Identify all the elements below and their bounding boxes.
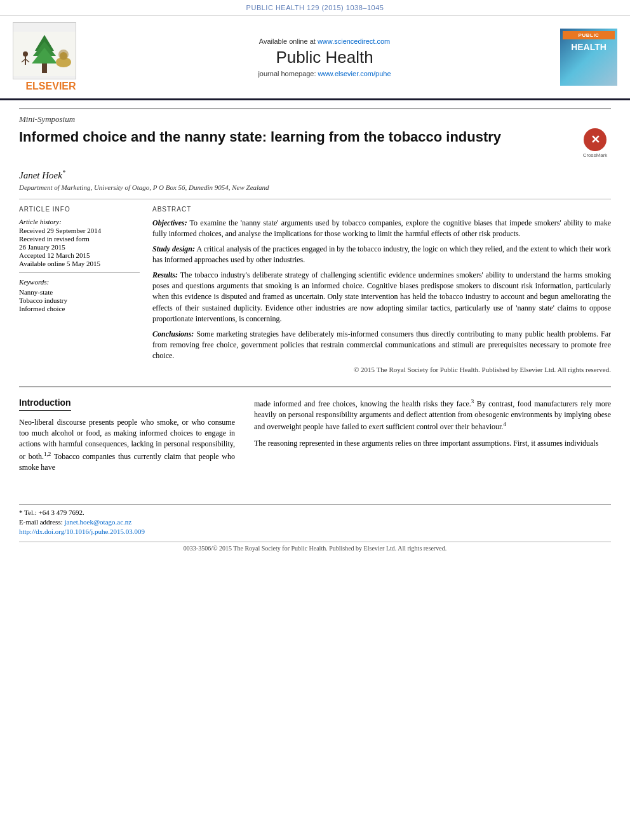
- intro-paragraph-1: Neo-liberal discourse presents people wh…: [19, 417, 235, 474]
- footnote-tel: * Tel.: +64 3 479 7692.: [19, 509, 611, 516]
- available-date: Available online 5 May 2015: [19, 260, 140, 267]
- divider-1: [19, 199, 611, 199]
- doi-link[interactable]: http://dx.doi.org/10.1016/j.puhe.2015.03…: [19, 528, 145, 535]
- author-name: Janet Hoek*: [19, 169, 611, 181]
- footnote-email: E-mail address: janet.hoek@otago.ac.nz: [19, 518, 611, 526]
- article-body: ARTICLE INFO Article history: Received 2…: [19, 206, 611, 373]
- elsevier-homepage-link[interactable]: www.elsevier.com/puhe: [318, 70, 391, 77]
- intro-left-column: Introduction Neo-liberal discourse prese…: [19, 397, 235, 479]
- intro-paragraph-2: made informed and free choices, knowing …: [254, 397, 611, 433]
- journal-bar: PUBLIC HEALTH 129 (2015) 1038–1045: [0, 0, 630, 16]
- svg-point-5: [23, 51, 28, 57]
- public-health-badge: PUBLIC HEALTH: [560, 29, 617, 86]
- keyword-2: Tobacco industry: [19, 297, 140, 304]
- article-title-section: Informed choice and the nanny state: lea…: [19, 128, 611, 160]
- crossmark-icon: ✕: [584, 128, 607, 151]
- crossmark-badge: ✕ CrossMark: [579, 128, 611, 160]
- abstract-heading: ABSTRACT: [152, 206, 611, 213]
- keyword-1: Nanny-state: [19, 288, 140, 296]
- main-content: Mini-Symposium Informed choice and the n…: [0, 108, 630, 552]
- footnotes: * Tel.: +64 3 479 7692. E-mail address: …: [19, 504, 611, 535]
- intro-paragraph-3: The reasoning represented in these argum…: [254, 438, 611, 449]
- info-divider: [19, 272, 140, 273]
- author-affiliation: Department of Marketing, University of O…: [19, 183, 611, 191]
- elsevier-logo: ELSEVIER: [13, 22, 89, 92]
- article-history-label: Article history:: [19, 218, 140, 225]
- intro-heading: Introduction: [19, 397, 71, 411]
- revised-date: 26 January 2015: [19, 243, 140, 251]
- sciencedirect-link[interactable]: www.sciencedirect.com: [318, 37, 390, 45]
- elsevier-tree-image: [13, 22, 76, 79]
- svg-point-11: [58, 50, 69, 60]
- badge-bottom-label: HEALTH: [571, 42, 607, 53]
- page-footer: 0033-3506/© 2015 The Royal Society for P…: [19, 542, 611, 552]
- journal-name: Public Health: [95, 48, 554, 67]
- abstract-section: ABSTRACT Objectives: To examine the 'nan…: [152, 206, 611, 373]
- available-online-text: Available online at www.sciencedirect.co…: [95, 37, 554, 45]
- article-title: Informed choice and the nanny state: lea…: [19, 128, 566, 147]
- keywords-label: Keywords:: [19, 278, 140, 286]
- received-date: Received 29 September 2014: [19, 227, 140, 234]
- crossmark-label: CrossMark: [583, 152, 608, 158]
- badge-image: PUBLIC HEALTH: [560, 29, 617, 86]
- footnote-doi: http://dx.doi.org/10.1016/j.puhe.2015.03…: [19, 528, 611, 535]
- section-divider: [19, 386, 611, 387]
- revised-label: Received in revised form: [19, 235, 140, 243]
- abstract-copyright: © 2015 The Royal Society for Public Heal…: [152, 366, 611, 373]
- journal-info-center: Available online at www.sciencedirect.co…: [95, 37, 554, 77]
- article-info: ARTICLE INFO Article history: Received 2…: [19, 206, 140, 373]
- elsevier-wordmark: ELSEVIER: [13, 81, 89, 92]
- abstract-objectives: Objectives: To examine the 'nanny state'…: [152, 218, 611, 240]
- article-info-heading: ARTICLE INFO: [19, 206, 140, 213]
- journal-citation: PUBLIC HEALTH 129 (2015) 1038–1045: [246, 4, 384, 11]
- abstract-study: Study design: A critical analysis of the…: [152, 244, 611, 266]
- abstract-results: Results: The tobacco industry's delibera…: [152, 270, 611, 325]
- abstract-conclusions: Conclusions: Some marketing strategies h…: [152, 329, 611, 362]
- introduction-section: Introduction Neo-liberal discourse prese…: [19, 397, 611, 491]
- journal-header: ELSEVIER Available online at www.science…: [0, 16, 630, 100]
- svg-rect-1: [42, 63, 47, 73]
- email-link[interactable]: janet.hoek@otago.ac.nz: [64, 518, 131, 526]
- section-label: Mini-Symposium: [19, 108, 611, 124]
- intro-right-column: made informed and free choices, knowing …: [254, 397, 611, 479]
- badge-top-label: PUBLIC: [563, 31, 615, 39]
- accepted-date: Accepted 12 March 2015: [19, 251, 140, 259]
- journal-homepage-text: journal homepage: www.elsevier.com/puhe: [95, 70, 554, 77]
- keyword-3: Informed choice: [19, 305, 140, 312]
